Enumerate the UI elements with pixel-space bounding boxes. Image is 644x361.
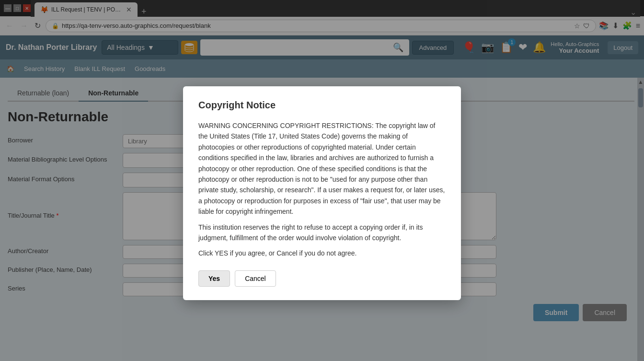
modal-buttons: Yes Cancel [198, 270, 446, 287]
cancel-button[interactable]: Cancel [235, 270, 276, 287]
modal-body: WARNING CONCERNING COPYRIGHT RESTRICTION… [198, 120, 446, 259]
modal-paragraph-1: WARNING CONCERNING COPYRIGHT RESTRICTION… [198, 120, 446, 217]
copyright-notice-modal: Copyright Notice WARNING CONCERNING COPY… [183, 86, 461, 300]
modal-paragraph-2: This institution reserves the right to r… [198, 222, 446, 244]
modal-title: Copyright Notice [198, 100, 446, 111]
modal-paragraph-3: Click YES if you agree, or Cancel if you… [198, 248, 446, 258]
yes-button[interactable]: Yes [198, 270, 230, 287]
modal-overlay: Copyright Notice WARNING CONCERNING COPY… [0, 0, 644, 361]
